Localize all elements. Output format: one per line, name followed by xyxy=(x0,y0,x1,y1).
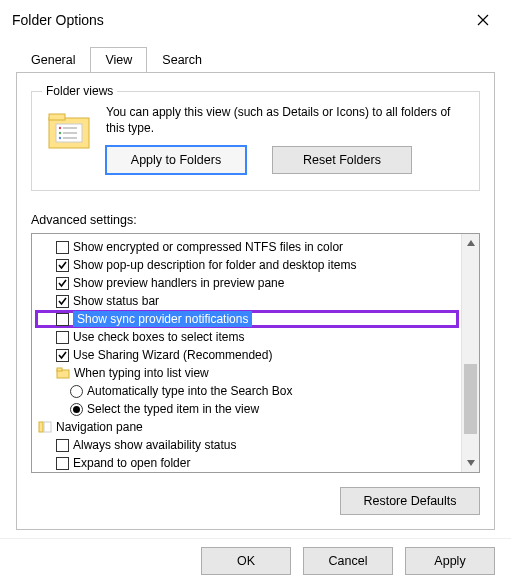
tab-strip: General View Search xyxy=(16,46,495,72)
tab-view[interactable]: View xyxy=(90,47,147,73)
close-button[interactable] xyxy=(465,6,501,34)
item-label: Show sync provider notifications xyxy=(73,311,252,327)
dialog-button-row: OK Cancel Apply xyxy=(0,538,511,587)
checkbox-icon[interactable] xyxy=(56,277,69,290)
item-label: Expand to open folder xyxy=(73,456,190,470)
list-item[interactable]: Show pop-up description for folder and d… xyxy=(38,256,459,274)
advanced-settings-list: Show encrypted or compressed NTFS files … xyxy=(31,233,480,473)
tab-search[interactable]: Search xyxy=(147,47,217,73)
list-item[interactable]: Show preview handlers in preview pane xyxy=(38,274,459,292)
list-item[interactable]: Use Sharing Wizard (Recommended) xyxy=(38,346,459,364)
dialog-content: General View Search Folder views xyxy=(0,36,511,540)
item-label: Always show availability status xyxy=(73,438,236,452)
list-item[interactable]: Automatically type into the Search Box xyxy=(38,382,459,400)
list-item[interactable]: Use check boxes to select items xyxy=(38,328,459,346)
tab-general[interactable]: General xyxy=(16,47,90,73)
list-item[interactable]: Show encrypted or compressed NTFS files … xyxy=(38,238,459,256)
checkbox-icon[interactable] xyxy=(56,241,69,254)
cancel-button[interactable]: Cancel xyxy=(303,547,393,575)
item-label: Automatically type into the Search Box xyxy=(87,384,292,398)
reset-folders-button[interactable]: Reset Folders xyxy=(272,146,412,174)
folder-views-icon-cell xyxy=(46,104,92,150)
list-group-header: When typing into list view xyxy=(38,364,459,382)
svg-point-7 xyxy=(59,137,61,139)
chevron-down-icon xyxy=(467,460,475,466)
scroll-down-button[interactable] xyxy=(463,454,478,472)
checkbox-icon[interactable] xyxy=(56,313,69,326)
folder-options-icon xyxy=(48,110,90,150)
folder-views-text: You can apply this view (such as Details… xyxy=(106,104,465,136)
apply-button[interactable]: Apply xyxy=(405,547,495,575)
checkbox-icon[interactable] xyxy=(56,295,69,308)
svg-point-3 xyxy=(59,127,61,129)
folder-views-legend: Folder views xyxy=(42,84,117,98)
tab-panel-view: Folder views You can apply this view (su… xyxy=(16,72,495,530)
item-label: Show preview handlers in preview pane xyxy=(73,276,284,290)
scroll-thumb[interactable] xyxy=(464,364,477,434)
svg-rect-1 xyxy=(49,114,65,120)
checkbox-icon[interactable] xyxy=(56,439,69,452)
close-icon xyxy=(477,14,489,26)
item-label: When typing into list view xyxy=(74,366,209,380)
chevron-up-icon xyxy=(467,240,475,246)
item-label: Select the typed item in the view xyxy=(87,402,259,416)
scrollbar[interactable] xyxy=(461,234,479,472)
titlebar: Folder Options xyxy=(0,0,511,36)
radio-icon[interactable] xyxy=(70,385,83,398)
checkbox-icon[interactable] xyxy=(56,259,69,272)
list-item[interactable]: Always show availability status xyxy=(38,436,459,454)
item-label: Show encrypted or compressed NTFS files … xyxy=(73,240,343,254)
restore-defaults-button[interactable]: Restore Defaults xyxy=(340,487,480,515)
item-label: Show status bar xyxy=(73,294,159,308)
svg-rect-11 xyxy=(39,422,43,432)
navigation-pane-icon xyxy=(38,420,52,434)
list-item[interactable]: Expand to open folder xyxy=(38,454,459,472)
checkbox-icon[interactable] xyxy=(56,331,69,344)
item-label: Use check boxes to select items xyxy=(73,330,244,344)
advanced-settings-label: Advanced settings: xyxy=(31,213,480,227)
svg-rect-8 xyxy=(63,137,77,139)
radio-icon[interactable] xyxy=(70,403,83,416)
list-item[interactable]: Show status bar xyxy=(38,292,459,310)
item-label: Show pop-up description for folder and d… xyxy=(73,258,357,272)
item-label: Use Sharing Wizard (Recommended) xyxy=(73,348,272,362)
list-group-header: Navigation pane xyxy=(38,418,459,436)
svg-rect-6 xyxy=(63,132,77,134)
window-title: Folder Options xyxy=(12,12,465,28)
svg-rect-4 xyxy=(63,127,77,129)
svg-point-5 xyxy=(59,132,61,134)
ok-button[interactable]: OK xyxy=(201,547,291,575)
list-item[interactable]: Select the typed item in the view xyxy=(38,400,459,418)
apply-to-folders-button[interactable]: Apply to Folders xyxy=(106,146,246,174)
folder-icon xyxy=(56,366,70,380)
list-item-highlighted[interactable]: Show sync provider notifications xyxy=(35,310,459,328)
svg-rect-10 xyxy=(57,368,62,371)
checkbox-icon[interactable] xyxy=(56,349,69,362)
scroll-up-button[interactable] xyxy=(463,234,478,252)
item-label: Navigation pane xyxy=(56,420,143,434)
checkbox-icon[interactable] xyxy=(56,457,69,470)
svg-rect-12 xyxy=(44,422,51,432)
folder-views-group: Folder views You can apply this view (su… xyxy=(31,91,480,191)
